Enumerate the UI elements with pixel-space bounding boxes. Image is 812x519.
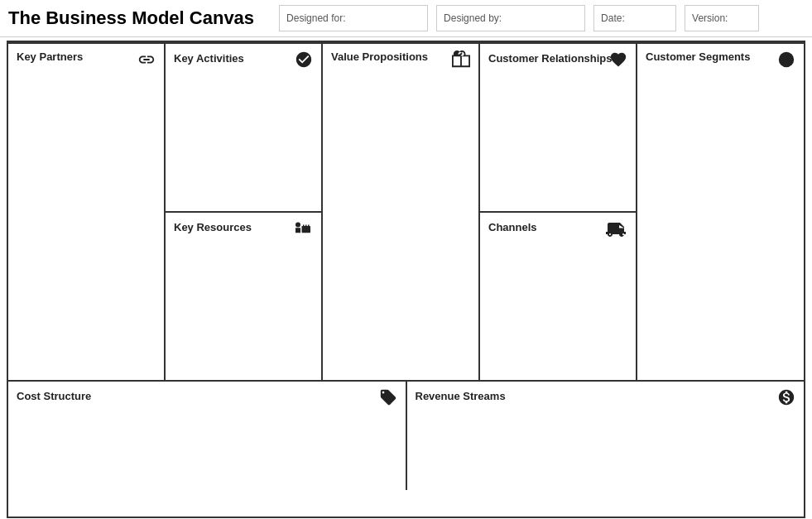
svg-point-0 — [295, 223, 300, 228]
revenue-streams-cell: Revenue Streams — [407, 382, 805, 490]
version-field[interactable]: Version: — [685, 5, 759, 31]
channels-title: Channels — [488, 221, 537, 233]
revenue-streams-title: Revenue Streams — [416, 390, 506, 402]
cost-structure-cell: Cost Structure — [8, 382, 407, 490]
designed-by-field[interactable]: Designed by: — [436, 5, 585, 31]
key-resources-title: Key Resources — [174, 221, 252, 233]
key-resources-cell: Key Resources — [166, 213, 321, 380]
svg-point-6 — [779, 52, 794, 67]
key-partners-icon — [137, 50, 156, 73]
customer-segments-icon — [777, 50, 795, 73]
designed-for-field[interactable]: Designed for: — [279, 5, 428, 31]
key-partners-title: Key Partners — [17, 50, 156, 63]
channels-cell: Channels — [480, 213, 636, 380]
value-propositions-icon — [452, 50, 470, 73]
svg-rect-1 — [295, 228, 300, 233]
svg-rect-5 — [308, 225, 310, 228]
customer-segments-title: Customer Segments — [646, 50, 795, 63]
bottom-row: Cost Structure Revenue Streams — [8, 382, 804, 490]
key-resources-icon — [293, 219, 313, 242]
customer-relationships-title: Customer Relationships — [488, 52, 613, 65]
channels-icon — [606, 219, 627, 242]
page-title: The Business Model Canvas — [8, 7, 254, 29]
date-label: Date: — [601, 12, 625, 24]
customer-segments-cell: Customer Segments — [637, 44, 804, 380]
page-container: The Business Model Canvas Designed for: … — [0, 0, 812, 518]
key-activities-icon — [295, 50, 313, 73]
header: The Business Model Canvas Designed for: … — [0, 0, 812, 37]
designed-for-label: Designed for: — [286, 12, 345, 24]
key-activities-title: Key Activities — [174, 52, 244, 65]
main-row: Key Partners Key Activities Key Resource… — [8, 42, 804, 382]
cost-structure-title: Cost Structure — [17, 390, 91, 402]
right-mid-col: Customer Relationships Channels — [480, 44, 637, 380]
svg-rect-3 — [303, 225, 305, 228]
canvas: Key Partners Key Activities Key Resource… — [7, 41, 805, 518]
version-label: Version: — [692, 12, 728, 24]
cost-structure-icon — [379, 388, 397, 411]
date-field[interactable]: Date: — [593, 5, 676, 31]
svg-rect-4 — [305, 225, 307, 228]
customer-relationships-icon — [609, 50, 627, 73]
revenue-streams-icon — [777, 388, 795, 411]
value-propositions-title: Value Propositions — [331, 50, 470, 63]
customer-relationships-cell: Customer Relationships — [480, 44, 636, 213]
key-activities-cell: Key Activities — [166, 44, 321, 213]
mid-col: Key Activities Key Resources — [166, 44, 323, 380]
value-propositions-cell: Value Propositions — [323, 44, 480, 380]
key-partners-cell: Key Partners — [8, 44, 166, 380]
designed-by-label: Designed by: — [444, 12, 502, 24]
